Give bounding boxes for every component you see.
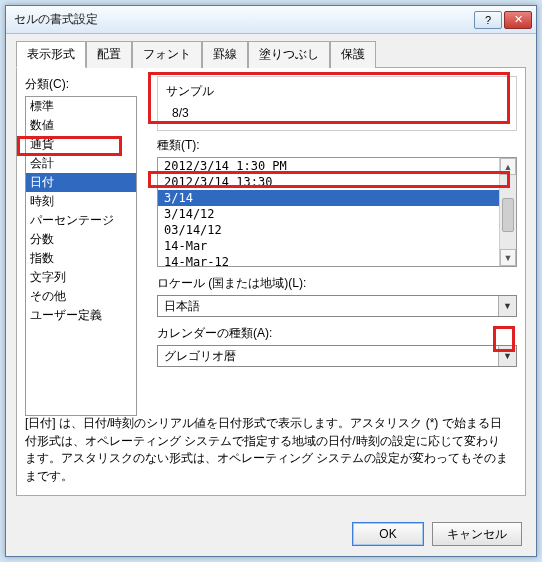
scroll-down-icon[interactable]: ▼ [500,249,516,266]
locale-value: 日本語 [158,298,498,315]
scroll-thumb[interactable] [502,198,514,232]
category-item[interactable]: ユーザー定義 [26,306,136,325]
help-button[interactable]: ? [474,11,502,29]
type-item[interactable]: 14-Mar [158,238,516,254]
close-button[interactable]: ✕ [504,11,532,29]
category-item[interactable]: 数値 [26,116,136,135]
tab-protection[interactable]: 保護 [330,41,376,68]
type-item[interactable]: 2012/3/14 1:30 PM [158,158,516,174]
window-title: セルの書式設定 [14,11,474,28]
sample-label: サンプル [166,83,508,100]
right-area: サンプル 8/3 種類(T): 2012/3/14 1:30 PM 2012/3… [157,76,517,375]
chevron-down-icon[interactable]: ▼ [498,346,516,366]
calendar-label: カレンダーの種類(A): [157,325,517,342]
category-item[interactable]: 文字列 [26,268,136,287]
type-item[interactable]: 14-Mar-12 [158,254,516,267]
type-item[interactable]: 3/14/12 [158,206,516,222]
category-item-selected[interactable]: 日付 [26,173,136,192]
category-item[interactable]: 指数 [26,249,136,268]
category-item[interactable]: パーセンテージ [26,211,136,230]
type-item[interactable]: 03/14/12 [158,222,516,238]
category-item[interactable]: 標準 [26,97,136,116]
category-item[interactable]: その他 [26,287,136,306]
category-item[interactable]: 会計 [26,154,136,173]
tab-number-format[interactable]: 表示形式 [16,41,86,68]
tab-fill[interactable]: 塗りつぶし [248,41,330,68]
description-text: [日付] は、日付/時刻のシリアル値を日付形式で表示します。アスタリスク (*)… [25,415,511,485]
cancel-button[interactable]: キャンセル [432,522,522,546]
type-label: 種類(T): [157,137,517,154]
sample-box: サンプル 8/3 [157,76,517,131]
titlebar-buttons: ? ✕ [474,11,532,29]
type-scrollbar[interactable]: ▲ ▼ [499,158,516,266]
tab-alignment[interactable]: 配置 [86,41,132,68]
dialog-footer: OK キャンセル [352,522,522,546]
number-format-panel: 分類(C): 標準 数値 通貨 会計 日付 時刻 パーセンテージ 分数 指数 文… [16,68,526,496]
type-item[interactable]: 2012/3/14 13:30 [158,174,516,190]
ok-button[interactable]: OK [352,522,424,546]
titlebar: セルの書式設定 ? ✕ [6,6,536,34]
locale-dropdown[interactable]: 日本語 ▼ [157,295,517,317]
locale-label: ロケール (国または地域)(L): [157,275,517,292]
category-list[interactable]: 標準 数値 通貨 会計 日付 時刻 パーセンテージ 分数 指数 文字列 その他 … [25,96,137,416]
scroll-up-icon[interactable]: ▲ [500,158,516,175]
type-item-selected[interactable]: 3/14 [158,190,516,206]
sample-value: 8/3 [166,106,508,120]
tab-strip: 表示形式 配置 フォント 罫線 塗りつぶし 保護 [16,40,526,68]
calendar-value: グレゴリオ暦 [158,348,498,365]
type-list[interactable]: 2012/3/14 1:30 PM 2012/3/14 13:30 3/14 3… [157,157,517,267]
calendar-dropdown[interactable]: グレゴリオ暦 ▼ [157,345,517,367]
category-item[interactable]: 時刻 [26,192,136,211]
tab-font[interactable]: フォント [132,41,202,68]
tab-border[interactable]: 罫線 [202,41,248,68]
format-cells-dialog: セルの書式設定 ? ✕ 表示形式 配置 フォント 罫線 塗りつぶし 保護 分類(… [5,5,537,557]
client-area: 表示形式 配置 フォント 罫線 塗りつぶし 保護 分類(C): 標準 数値 通貨… [6,34,536,556]
chevron-down-icon[interactable]: ▼ [498,296,516,316]
category-item[interactable]: 通貨 [26,135,136,154]
category-item[interactable]: 分数 [26,230,136,249]
